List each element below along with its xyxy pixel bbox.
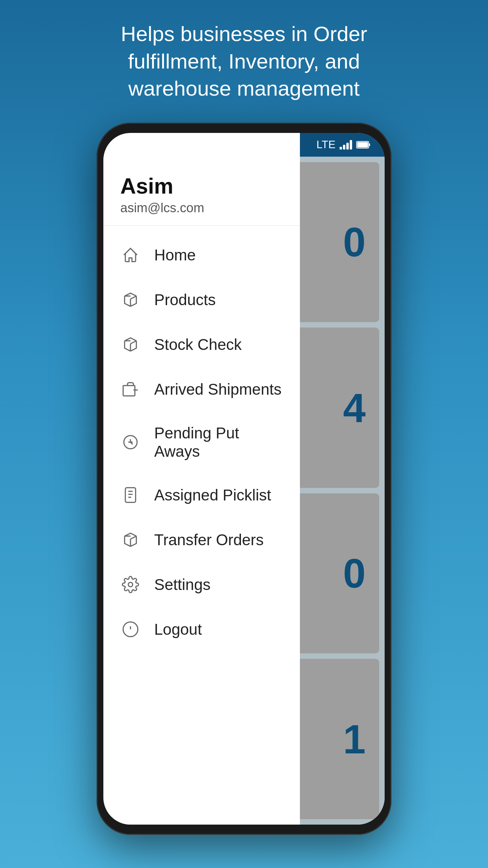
- menu-item-logout[interactable]: Logout: [103, 607, 300, 652]
- battery-icon: [356, 140, 371, 149]
- menu-label-logout: Logout: [154, 620, 202, 638]
- menu-item-arrived-shipments[interactable]: Arrived Shipments: [103, 367, 300, 412]
- stat-value-3: 1: [343, 716, 366, 763]
- svg-point-6: [128, 582, 133, 587]
- menu-item-pending-put-aways[interactable]: Pending Put Aways: [103, 412, 300, 473]
- svg-rect-1: [369, 143, 370, 146]
- svg-rect-2: [357, 142, 368, 147]
- phone-screen: 7:49 LTE: [103, 133, 385, 825]
- svg-rect-3: [123, 386, 135, 396]
- user-name: Asim: [120, 174, 283, 199]
- navigation-drawer: Asim asim@lcs.com Home: [103, 133, 300, 825]
- stat-value-2: 0: [343, 550, 366, 597]
- menu-item-transfer-orders[interactable]: Transfer Orders: [103, 517, 300, 562]
- drawer-header: Asim asim@lcs.com: [103, 133, 300, 226]
- phone-frame: 7:49 LTE: [97, 123, 391, 835]
- settings-menu-icon: [120, 574, 141, 595]
- assigned-picklist-icon: [120, 485, 141, 505]
- menu-label-assigned-picklist: Assigned Picklist: [154, 486, 271, 504]
- stat-value-0: 0: [343, 219, 366, 265]
- transfer-orders-icon: [120, 530, 141, 550]
- menu-label-arrived-shipments: Arrived Shipments: [154, 380, 282, 398]
- svg-rect-5: [125, 488, 136, 502]
- menu-label-transfer-orders: Transfer Orders: [154, 531, 264, 549]
- home-icon: [120, 245, 141, 265]
- drawer-menu: Home Products: [103, 226, 300, 825]
- menu-item-products[interactable]: Products: [103, 277, 300, 322]
- menu-item-stock-check[interactable]: Stock Check: [103, 322, 300, 367]
- signal-icon: [340, 140, 352, 150]
- top-tagline: Helps businesses in Order fulfillment, I…: [58, 0, 430, 123]
- menu-label-products: Products: [154, 291, 216, 309]
- network-type: LTE: [317, 138, 336, 151]
- user-email: asim@lcs.com: [120, 201, 283, 215]
- menu-label-stock-check: Stock Check: [154, 335, 242, 354]
- logout-icon: [120, 619, 141, 639]
- menu-label-home: Home: [154, 246, 196, 264]
- menu-item-assigned-picklist[interactable]: Assigned Picklist: [103, 473, 300, 517]
- menu-label-settings: Settings: [154, 575, 210, 594]
- menu-item-home[interactable]: Home: [103, 233, 300, 277]
- pending-put-aways-icon: [120, 432, 141, 452]
- products-icon: [120, 290, 141, 310]
- menu-label-pending-put-aways: Pending Put Aways: [154, 424, 283, 460]
- status-bar-right: LTE: [317, 138, 371, 151]
- stock-check-icon: [120, 334, 141, 355]
- arrived-shipments-icon: [120, 379, 141, 399]
- menu-item-settings[interactable]: Settings: [103, 562, 300, 607]
- stat-value-1: 4: [343, 384, 366, 431]
